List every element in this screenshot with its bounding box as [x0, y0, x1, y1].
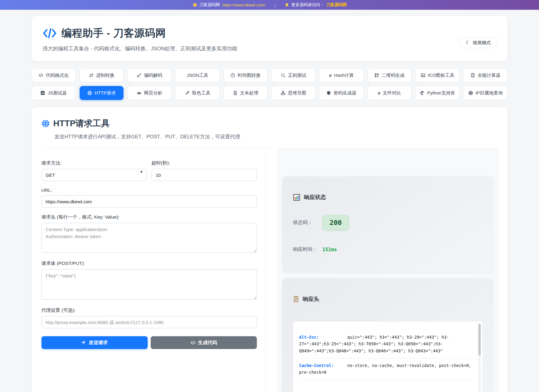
tab-web-analyze[interactable]: 网页分析 [128, 86, 171, 100]
tab-color-picker[interactable]: 取色工具 [175, 86, 219, 100]
clock-icon [230, 73, 235, 78]
tab-text-process[interactable]: 文本处理 [224, 86, 268, 100]
response-panel: 响应状态 状态码： 200 响应时间： 151ms [265, 148, 498, 392]
tab-label: JS测试器 [48, 90, 67, 96]
response-time-value: 151ms [322, 247, 337, 252]
tool-header: HTTP请求工具 发送HTTP请求进行API测试，支持GET、POST、PUT、… [41, 118, 498, 148]
response-status-title: 响应状态 [304, 194, 326, 201]
tab-http-request[interactable]: HTTP请求 [80, 86, 124, 100]
site-logo-icon [192, 2, 197, 7]
tab-file-diff[interactable]: ≠文件对比 [368, 86, 411, 100]
code-icon [190, 340, 196, 345]
tab-label: 密码生成器 [333, 90, 356, 96]
page-title: 编程助手 - 刀客源码网 [62, 26, 166, 40]
request-headers-label: 请求头 (每行一个，格式: Key: Value): [41, 214, 257, 220]
tool-subtitle: 发送HTTP请求进行API测试，支持GET、POST、PUT、DELETE方法，… [55, 134, 498, 140]
response-status-card: 响应状态 状态码： 200 响应时间： 151ms [282, 176, 493, 272]
shield-icon [326, 91, 331, 95]
tab-label: 代码格式化 [46, 73, 69, 78]
request-headers-textarea[interactable] [41, 223, 257, 253]
tab-ip-lookup[interactable]: IP归属地查询 [463, 86, 507, 100]
eyedropper-icon [185, 91, 190, 95]
topbar-more-text: 更多源码请访问： [291, 2, 324, 8]
scrollbar-thumb[interactable] [478, 324, 481, 355]
tab-mindmap[interactable]: 思维导图 [271, 86, 315, 100]
tab-label: Python支持库 [427, 90, 455, 96]
generate-code-button[interactable]: 生成代码 [151, 336, 257, 349]
tab-qrcode-gen[interactable]: 二维码生成 [368, 68, 411, 82]
tab-label: 取色工具 [192, 90, 210, 96]
tab-label: 二维码生成 [382, 73, 404, 78]
request-form: 请求方法: GET ▼ 超时(秒): URL: [41, 148, 257, 349]
moon-icon: ☾ [466, 40, 470, 45]
tab-label: Hash计算 [334, 73, 354, 78]
status-code-badge: 200 [322, 215, 349, 230]
tab-ico-tool[interactable]: ICO图标工具 [415, 68, 459, 82]
python-icon [420, 91, 425, 95]
hash-icon: # [329, 73, 332, 78]
bell-icon [285, 2, 289, 7]
tab-hash-calc[interactable]: #Hash计算 [319, 68, 363, 82]
bar-chart-icon [293, 194, 300, 201]
request-body-textarea[interactable] [41, 269, 257, 300]
ip-icon [468, 91, 473, 95]
topbar-site-name: 刀客源码网 [199, 2, 220, 8]
spider-icon [137, 91, 142, 95]
send-request-button[interactable]: 发送请求 [41, 336, 148, 349]
tab-regex-test[interactable]: 正则测试 [271, 68, 315, 82]
response-header-row: Cache-Control:no-store, no-cache, must-r… [299, 358, 472, 380]
proxy-input[interactable] [41, 316, 257, 328]
tab-js-tester[interactable]: JSJS测试器 [32, 86, 76, 100]
page-subtitle: 强大的编程工具集合 - 代码格式化、编码转换、JSON处理、正则测试及更多实用功… [43, 45, 497, 52]
topbar-divider: | [274, 3, 275, 7]
image-icon [421, 73, 426, 78]
sitemap-icon [281, 91, 286, 95]
tab-python-lib[interactable]: Python支持库 [415, 86, 459, 100]
send-request-label: 发送请求 [89, 340, 108, 346]
neq-icon: ≠ [378, 91, 380, 96]
calculator-icon [470, 73, 475, 78]
dark-mode-label: 暗黑模式 [473, 40, 491, 46]
scrollbar[interactable] [478, 323, 481, 392]
topbar-more-link[interactable]: 刀客源码网 [326, 2, 347, 8]
url-input[interactable] [41, 195, 257, 208]
tab-base-convert[interactable]: 进制转换 [80, 68, 124, 82]
response-header-row: Alt-Svc:quic=":443"; h3=":443"; h3-29=":… [299, 330, 472, 358]
tab-label: 编码解码 [144, 73, 162, 78]
response-headers-box: Alt-Svc:quic=":443"; h3=":443"; h3-29=":… [293, 322, 482, 392]
code-logo-icon [43, 27, 57, 39]
method-select[interactable]: GET [41, 169, 147, 181]
key-icon [137, 73, 142, 78]
tab-label: 全能计算器 [478, 73, 501, 78]
timeout-input[interactable] [152, 169, 257, 181]
response-header-key: Alt-Svc: [299, 334, 347, 340]
status-code-label: 状态码： [293, 219, 322, 226]
header-card: 编程助手 - 刀客源码网 强大的编程工具集合 - 代码格式化、编码转换、JSON… [32, 16, 508, 61]
tab-label: 文本处理 [240, 90, 258, 96]
tab-code-format[interactable]: 代码格式化 [32, 68, 76, 82]
exchange-icon [89, 73, 94, 78]
method-label: 请求方法: [41, 160, 147, 166]
globe-icon [41, 119, 50, 128]
url-label: URL: [41, 187, 257, 193]
paper-plane-icon [81, 340, 86, 345]
file-icon [233, 91, 238, 95]
code-icon [38, 73, 43, 78]
dark-mode-button[interactable]: ☾ 暗黑模式 [459, 37, 498, 48]
tab-password-gen[interactable]: 密码生成器 [319, 86, 363, 100]
tab-label: ICO图标工具 [428, 73, 455, 78]
tab-json-tool[interactable]: JSON工具 [175, 68, 219, 82]
topbar-site-url[interactable]: https://www.dkewl.com/ [222, 3, 265, 7]
tab-timestamp-convert[interactable]: 时间戳转换 [224, 68, 268, 82]
tab-label: JSON工具 [187, 73, 208, 78]
qrcode-icon [374, 73, 379, 78]
globe-icon [87, 91, 92, 95]
tab-label: HTTP请求 [95, 90, 116, 96]
tool-title: HTTP请求工具 [53, 118, 110, 129]
tab-calculator[interactable]: 全能计算器 [463, 68, 507, 82]
proxy-label: 代理设置 (可选): [41, 307, 257, 314]
clipboard-icon [293, 296, 299, 302]
tab-encode-decode[interactable]: 编码解码 [128, 68, 171, 82]
tab-label: IP归属地查询 [476, 90, 503, 96]
tab-label: 思维导图 [288, 90, 306, 96]
